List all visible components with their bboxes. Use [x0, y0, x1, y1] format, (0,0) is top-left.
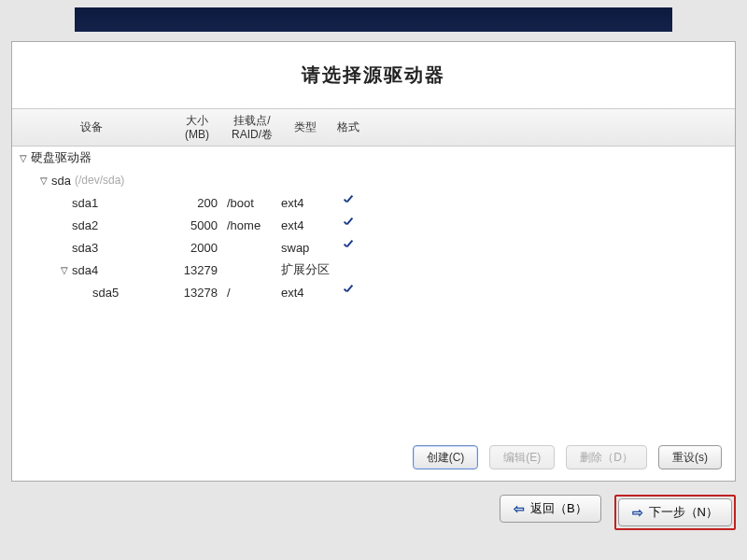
partition-format — [330, 285, 367, 301]
tree-disk[interactable]: ▽ sda (/dev/sda) — [12, 169, 735, 191]
col-size[interactable]: 大小 (MB) — [171, 114, 223, 141]
partition-type: ext4 — [281, 196, 330, 210]
partition-size: 13279 — [171, 263, 223, 277]
col-type[interactable]: 类型 — [281, 120, 330, 133]
delete-button: 删除（D） — [566, 445, 647, 469]
table-row[interactable]: sda513278/ext4 — [12, 281, 735, 303]
partition-mount: /boot — [223, 196, 281, 210]
table-header: 设备 大小 (MB) 挂载点/ RAID/卷 类型 格式 — [12, 109, 735, 147]
back-button[interactable]: ⇦ 返回（B） — [500, 495, 601, 523]
partition-name: sda4 — [72, 263, 98, 277]
check-icon — [342, 195, 355, 208]
partition-format — [330, 217, 367, 233]
arrow-right-icon: ⇨ — [632, 505, 643, 520]
partition-mount: /home — [223, 218, 281, 232]
partition-mount: / — [223, 286, 281, 300]
disk-path: (/dev/sda) — [75, 174, 124, 187]
chevron-down-icon[interactable]: ▽ — [61, 265, 70, 275]
table-row[interactable]: sda32000swap — [12, 236, 735, 259]
partition-type: ext4 — [281, 286, 330, 300]
next-button[interactable]: ⇨ 下一步（N） — [618, 498, 732, 526]
partition-name: sda3 — [72, 241, 98, 255]
partition-type: ext4 — [281, 218, 330, 232]
edit-button: 编辑(E) — [489, 445, 555, 469]
action-buttons: 创建(C) 编辑(E) 删除（D） 重设(s) — [12, 436, 735, 481]
chevron-down-icon[interactable]: ▽ — [20, 153, 29, 163]
col-mount[interactable]: 挂载点/ RAID/卷 — [223, 114, 281, 141]
next-label: 下一步（N） — [649, 504, 718, 521]
page-title: 请选择源驱动器 — [12, 42, 735, 109]
main-panel: 请选择源驱动器 设备 大小 (MB) 挂载点/ RAID/卷 类型 格式 ▽ 硬… — [11, 41, 736, 482]
top-banner — [75, 7, 672, 32]
table-row[interactable]: sda25000/homeext4 — [12, 214, 735, 236]
table-row[interactable]: ▽sda413279扩展分区 — [12, 259, 735, 281]
partition-format — [330, 240, 367, 256]
create-button[interactable]: 创建(C) — [413, 445, 479, 469]
next-highlight: ⇨ 下一步（N） — [614, 495, 736, 530]
nav-buttons: ⇦ 返回（B） ⇨ 下一步（N） — [11, 495, 736, 530]
partition-name: sda1 — [72, 196, 98, 210]
table-body: ▽ 硬盘驱动器 ▽ sda (/dev/sda) sda1200/bootext… — [12, 147, 735, 436]
partition-size: 5000 — [171, 218, 223, 232]
partition-type: 扩展分区 — [281, 261, 330, 278]
col-format[interactable]: 格式 — [330, 120, 367, 133]
partition-table: 设备 大小 (MB) 挂载点/ RAID/卷 类型 格式 ▽ 硬盘驱动器 ▽ s… — [12, 109, 735, 436]
disk-name: sda — [51, 174, 71, 188]
check-icon — [342, 240, 355, 253]
arrow-left-icon: ⇦ — [514, 501, 525, 516]
back-label: 返回（B） — [530, 500, 587, 517]
partition-format — [330, 195, 367, 211]
check-icon — [342, 217, 355, 231]
root-label: 硬盘驱动器 — [31, 149, 92, 166]
partition-name: sda2 — [72, 218, 98, 232]
check-icon — [342, 285, 355, 298]
partition-name: sda5 — [92, 286, 119, 300]
tree-root[interactable]: ▽ 硬盘驱动器 — [12, 147, 735, 169]
col-device[interactable]: 设备 — [12, 120, 171, 133]
partition-type: swap — [281, 241, 330, 255]
partition-size: 13278 — [171, 286, 223, 300]
partition-size: 200 — [171, 196, 223, 210]
reset-button[interactable]: 重设(s) — [658, 445, 722, 469]
table-row[interactable]: sda1200/bootext4 — [12, 191, 735, 214]
chevron-down-icon[interactable]: ▽ — [40, 175, 49, 186]
partition-size: 2000 — [171, 241, 223, 255]
